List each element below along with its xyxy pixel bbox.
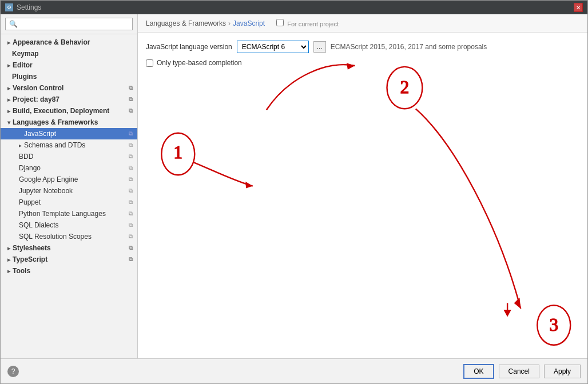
main-content: JavaScript language version ECMAScript 5… (138, 33, 587, 358)
expand-arrow-appearance (7, 38, 10, 46)
sidebar-item-build[interactable]: Build, Execution, Deployment ⧉ (1, 105, 137, 117)
for-current-project-label: For current project (276, 19, 339, 27)
title-bar: ⚙ Settings ✕ (1, 1, 587, 14)
breadcrumb-current: JavaScript (233, 19, 265, 27)
svg-point-0 (161, 133, 194, 175)
sidebar-item-bdd[interactable]: BDD ⧉ (1, 151, 137, 162)
sidebar-item-editor[interactable]: Editor (1, 59, 137, 71)
title-bar-left: ⚙ Settings (5, 3, 41, 11)
svg-text:3: 3 (550, 315, 558, 335)
breadcrumb: Languages & Frameworks › JavaScript For … (138, 14, 587, 33)
svg-marker-12 (503, 310, 511, 317)
copy-icon-python-template: ⧉ (129, 210, 133, 217)
bottom-bar: ? OK Cancel Apply (1, 358, 587, 383)
sidebar-item-label: BDD (19, 153, 33, 161)
sidebar: Appearance & Behavior Keymap Editor Plug… (1, 14, 138, 358)
bottom-right: OK Cancel Apply (463, 364, 581, 379)
sidebar-item-label: Schemas and DTDs (24, 141, 85, 149)
copy-icon-google-app-engine: ⧉ (129, 176, 133, 183)
search-input[interactable] (5, 18, 133, 30)
sidebar-item-jupyter[interactable]: Jupyter Notebook ⧉ (1, 185, 137, 197)
sidebar-item-languages[interactable]: Languages & Frameworks (1, 117, 137, 128)
bottom-left: ? (7, 366, 19, 377)
help-button[interactable]: ? (7, 366, 19, 377)
sidebar-item-schemas[interactable]: Schemas and DTDs ⧉ (1, 139, 137, 151)
svg-point-9 (537, 305, 570, 345)
sidebar-item-stylesheets[interactable]: Stylesheets ⧉ (1, 242, 137, 254)
nav-tree: Appearance & Behavior Keymap Editor Plug… (1, 34, 137, 358)
search-bar (1, 14, 137, 34)
language-version-row: JavaScript language version ECMAScript 5… (146, 41, 579, 53)
settings-window: ⚙ Settings ✕ Appearance & Behavior Keyma… (0, 0, 588, 384)
sidebar-item-appearance[interactable]: Appearance & Behavior (1, 37, 137, 48)
copy-icon-build: ⧉ (129, 107, 133, 114)
svg-text:3: 3 (550, 315, 558, 335)
sidebar-item-label: SQL Dialects (19, 221, 59, 229)
version-select-wrapper: ECMAScript 5.1 ECMAScript 6 ECMAScript 2… (237, 41, 309, 53)
sidebar-item-label: Version Control (13, 84, 63, 92)
copy-icon-sql-dialects: ⧉ (129, 222, 133, 229)
copy-icon-version-control: ⧉ (129, 85, 133, 91)
sidebar-item-google-app-engine[interactable]: Google App Engine ⧉ (1, 174, 137, 185)
copy-icon-typescript: ⧉ (129, 256, 133, 263)
copy-icon-jupyter: ⧉ (129, 187, 133, 194)
main-panel: Languages & Frameworks › JavaScript For … (138, 14, 587, 358)
sidebar-item-project[interactable]: Project: day87 ⧉ (1, 94, 137, 105)
sidebar-item-tools[interactable]: Tools (1, 265, 137, 277)
sidebar-item-sql-dialects[interactable]: SQL Dialects ⧉ (1, 219, 137, 231)
sidebar-item-keymap[interactable]: Keymap (1, 48, 137, 59)
sidebar-item-label: TypeScript (13, 255, 47, 263)
sidebar-item-javascript[interactable]: JavaScript ⧉ (1, 128, 137, 139)
sidebar-item-label: Build, Execution, Deployment (13, 107, 109, 115)
sidebar-item-version-control[interactable]: Version Control ⧉ (1, 82, 137, 94)
sidebar-item-label: Django (19, 164, 41, 172)
copy-icon-stylesheets: ⧉ (129, 245, 133, 251)
sidebar-item-puppet[interactable]: Puppet ⧉ (1, 197, 137, 208)
svg-text:1: 1 (174, 142, 182, 162)
expand-arrow-build (7, 107, 10, 115)
ellipsis-button[interactable]: ... (313, 41, 326, 53)
sidebar-item-label: Python Template Languages (19, 210, 106, 218)
svg-marker-8 (514, 298, 521, 309)
version-select[interactable]: ECMAScript 5.1 ECMAScript 6 ECMAScript 2… (237, 41, 309, 53)
version-info: ECMAScript 2015, 2016, 2017 and some pro… (331, 43, 487, 51)
sidebar-item-label: Tools (13, 267, 30, 275)
expand-arrow-stylesheets (7, 244, 10, 252)
sidebar-item-label: Google App Engine (19, 175, 78, 183)
content-area: Appearance & Behavior Keymap Editor Plug… (1, 14, 587, 358)
ok-button[interactable]: OK (463, 364, 494, 379)
cancel-button[interactable]: Cancel (499, 365, 539, 378)
sidebar-item-sql-resolution[interactable]: SQL Resolution Scopes ⧉ (1, 231, 137, 242)
sidebar-item-typescript[interactable]: TypeScript ⧉ (1, 254, 137, 265)
type-based-completion-row: Only type-based completion (146, 59, 579, 67)
copy-icon-project: ⧉ (129, 96, 133, 103)
apply-button[interactable]: Apply (544, 365, 581, 378)
annotation-svg: 1 1 2 2 (138, 33, 587, 358)
expand-arrow-version-control (7, 84, 10, 92)
svg-text:1: 1 (174, 142, 182, 162)
copy-icon-puppet: ⧉ (129, 199, 133, 206)
type-based-completion-checkbox[interactable] (146, 59, 153, 67)
copy-icon-django: ⧉ (129, 165, 133, 171)
sidebar-item-label: Jupyter Notebook (19, 187, 73, 195)
copy-icon-bdd: ⧉ (129, 153, 133, 160)
svg-text:2: 2 (400, 77, 409, 97)
expand-arrow-languages (7, 118, 10, 126)
for-current-project-checkbox[interactable] (276, 19, 284, 26)
breadcrumb-path: Languages & Frameworks (146, 19, 226, 27)
sidebar-item-label: Plugins (12, 73, 37, 81)
expand-arrow-typescript (7, 255, 10, 263)
checkbox-label: Only type-based completion (157, 59, 242, 67)
close-button[interactable]: ✕ (574, 3, 583, 12)
expand-arrow-project (7, 95, 10, 103)
sidebar-item-label: JavaScript (24, 130, 56, 138)
sidebar-item-label: Editor (13, 61, 33, 69)
sidebar-item-label: Stylesheets (13, 244, 51, 252)
svg-marker-3 (245, 182, 253, 189)
window-title: Settings (17, 3, 41, 11)
sidebar-item-plugins[interactable]: Plugins (1, 71, 137, 82)
sidebar-item-label: Languages & Frameworks (13, 118, 98, 126)
sidebar-item-label: Puppet (19, 198, 41, 206)
sidebar-item-django[interactable]: Django ⧉ (1, 162, 137, 174)
sidebar-item-python-template[interactable]: Python Template Languages ⧉ (1, 208, 137, 219)
